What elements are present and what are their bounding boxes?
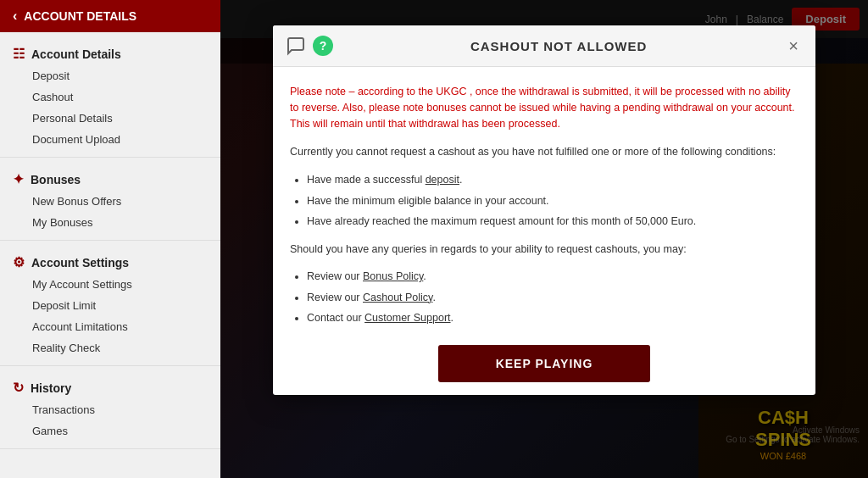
queries-intro: Should you have any queries in regards t… [290,242,798,258]
sidebar-item-cashout[interactable]: Cashout [0,86,220,108]
info-text: Currently you cannot request a cashout a… [290,144,798,160]
modal-header: ? CASHOUT NOT ALLOWED × [273,25,815,67]
cashout-modal: ? CASHOUT NOT ALLOWED × Please note – ac… [273,25,815,395]
sidebar-back-icon: ‹ [13,8,17,24]
sidebar-item-account-limitations[interactable]: Account Limitations [0,316,220,337]
sidebar-item-reality-check[interactable]: Reality Check [0,337,220,358]
bonus-policy-link[interactable]: Bonus Policy [363,270,423,282]
condition-1: Have made a successful deposit. [307,170,798,190]
sidebar-item-my-account-settings[interactable]: My Account Settings [0,274,220,295]
sidebar-section-title-settings: ⚙ Account Settings [0,247,220,274]
sidebar-section-account-details: ☷ Account Details Deposit Cashout Person… [0,32,220,158]
conditions-list: Have made a successful deposit. Have the… [307,170,798,231]
bonuses-title: Bonuses [31,173,81,186]
sidebar-item-document-upload[interactable]: Document Upload [0,129,220,150]
modal-body: Please note – according to the UKGC , on… [273,67,815,395]
help-icon: ? [313,36,333,56]
queries-list: Review our Bonus Policy. Review our Cash… [307,267,798,328]
modal-header-left: ? [286,36,333,56]
sidebar-section-bonuses: ✦ Bonuses New Bonus Offers My Bonuses [0,158,220,241]
cashout-policy-link[interactable]: Cashout Policy [363,292,432,303]
account-settings-icon: ⚙ [13,254,25,270]
sidebar-header[interactable]: ‹ ACCOUNT DETAILS [0,0,220,32]
history-title: History [31,381,71,395]
sidebar-item-games[interactable]: Games [0,420,220,442]
sidebar-section-title-account: ☷ Account Details [0,39,220,65]
account-details-icon: ☷ [13,46,25,62]
condition-2: Have the minimum eligible balance in you… [307,192,798,211]
condition-3: Have already reached the maximum request… [307,212,798,231]
sidebar-item-new-bonus-offers[interactable]: New Bonus Offers [0,191,220,212]
sidebar-section-account-settings: ⚙ Account Settings My Account Settings D… [0,241,220,366]
sidebar-section-title-bonuses: ✦ Bonuses [0,164,220,191]
query-3: Contact our Customer Support. [307,308,798,328]
sidebar-item-deposit-limit[interactable]: Deposit Limit [0,295,220,316]
modal-header-icons: ? [286,36,333,56]
sidebar: ‹ ACCOUNT DETAILS ☷ Account Details Depo… [0,0,220,478]
account-settings-title: Account Settings [31,256,129,270]
sidebar-section-history: ↻ History Transactions Games [0,366,220,449]
customer-support-link[interactable]: Customer Support [364,312,450,324]
chat-icon [286,36,306,56]
sidebar-title: ACCOUNT DETAILS [24,9,136,23]
bonuses-icon: ✦ [13,171,24,187]
sidebar-item-personal-details[interactable]: Personal Details [0,108,220,129]
query-2: Review our Cashout Policy. [307,288,798,308]
sidebar-item-my-bonuses[interactable]: My Bonuses [0,212,220,233]
query-1: Review our Bonus Policy. [307,267,798,286]
modal-title: CASHOUT NOT ALLOWED [470,39,647,53]
deposit-link[interactable]: deposit [426,174,459,186]
account-details-title: Account Details [31,47,121,61]
warning-text: Please note – according to the UKGC , on… [290,84,798,131]
history-icon: ↻ [13,380,24,396]
sidebar-item-deposit[interactable]: Deposit [0,65,220,86]
sidebar-item-transactions[interactable]: Transactions [0,399,220,420]
modal-close-button[interactable]: × [784,36,803,56]
sidebar-section-title-history: ↻ History [0,373,220,399]
keep-playing-button[interactable]: KEEP PLAYING [438,345,650,382]
modal-overlay: ? CASHOUT NOT ALLOWED × Please note – ac… [220,0,868,478]
